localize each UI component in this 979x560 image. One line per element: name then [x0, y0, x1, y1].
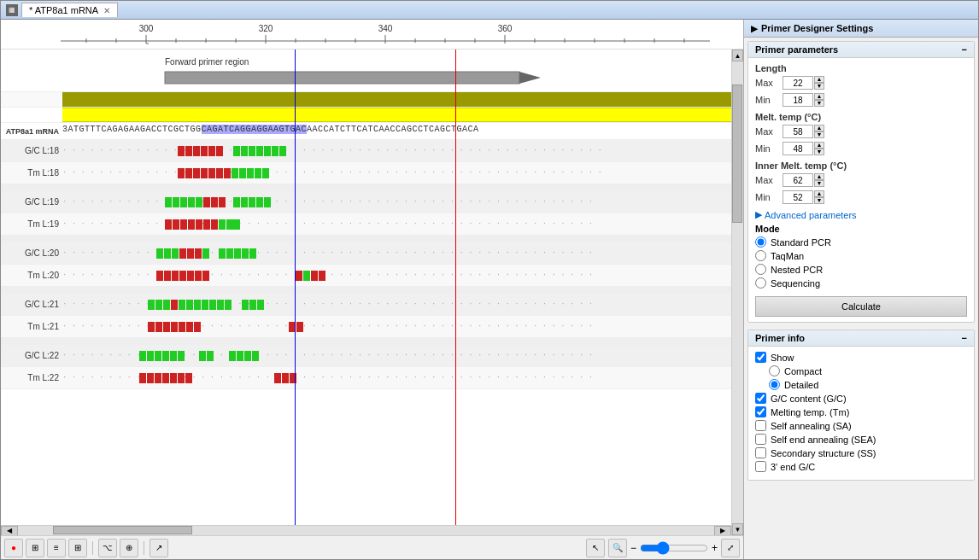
radio-taqman[interactable]: TaqMan [755, 250, 967, 261]
radio-nested-pcr-input[interactable] [755, 264, 766, 275]
scroll-left-button[interactable]: ◀ [1, 526, 18, 536]
svg-rect-83 [164, 248, 171, 259]
compact-row[interactable]: Compact [769, 365, 967, 376]
compact-radio[interactable] [769, 365, 780, 376]
detailed-radio[interactable] [769, 379, 780, 390]
gc-l21-track: G/C L:21 · · · · · · · · · · · · · · · ·… [1, 294, 731, 316]
scroll-right-button[interactable]: ▶ [714, 526, 731, 536]
tool-btn-3[interactable]: ⊞ [68, 539, 87, 557]
tracks-container[interactable]: Forward primer region [1, 50, 731, 525]
self-annealing-checkbox[interactable] [755, 420, 766, 431]
svg-rect-113 [194, 300, 201, 310]
calculate-button[interactable]: Calculate [755, 296, 967, 317]
inner-min-increment[interactable]: ▲ [814, 190, 824, 197]
compact-label: Compact [784, 366, 822, 376]
svg-rect-63 [211, 197, 218, 207]
mrna-label: ATP8a1 mRNA [1, 127, 62, 136]
min-length-field[interactable]: 18 [783, 93, 813, 107]
max-length-field[interactable]: 22 [783, 76, 813, 90]
gc-l18-track: G/C L:18 · · · · · · · · · · · · · · · ·… [1, 140, 731, 162]
svg-rect-65 [233, 197, 240, 207]
radio-nested-pcr[interactable]: Nested PCR [755, 264, 967, 275]
tool-btn-6[interactable]: ↗ [149, 539, 168, 557]
secondary-structure-checkbox[interactable] [755, 447, 766, 458]
svg-rect-109 [163, 300, 170, 310]
collapse-icon[interactable]: − [962, 44, 967, 55]
show-checkbox[interactable] [755, 352, 766, 363]
svg-rect-41 [272, 146, 278, 156]
advanced-params-link[interactable]: ▶ Advanced parameters [755, 209, 967, 220]
tool-btn-1[interactable]: ⊞ [26, 539, 44, 557]
primer-info-collapse[interactable]: − [962, 333, 967, 343]
three-end-checkbox[interactable] [755, 461, 766, 472]
scroll-down-button[interactable]: ▼ [732, 523, 743, 535]
svg-rect-99 [187, 271, 194, 281]
radio-taqman-input[interactable] [755, 250, 766, 261]
vertical-scrollbar[interactable]: ▲ ▼ [731, 50, 743, 535]
radio-standard-pcr[interactable]: Standard PCR [755, 236, 967, 248]
svg-rect-119 [249, 300, 256, 310]
horizontal-scrollbar[interactable]: ◀ ▶ [1, 525, 731, 535]
melting-temp-checkbox[interactable] [755, 406, 766, 417]
tab-close-button[interactable]: ✕ [103, 6, 110, 15]
melt-min-decrement[interactable]: ▼ [814, 149, 824, 155]
melt-max-increment[interactable]: ▲ [814, 125, 824, 131]
tm-l20-track: Tm L:20 · · · · · · · · · · · · · · · · … [1, 265, 731, 287]
scroll-vert-track[interactable] [732, 61, 743, 523]
scroll-vert-thumb[interactable] [732, 85, 742, 223]
melt-min-field[interactable] [783, 142, 813, 155]
max-increment[interactable]: ▲ [814, 76, 824, 83]
svg-rect-122 [148, 322, 155, 332]
svg-rect-55 [262, 168, 269, 178]
tool-btn-5[interactable]: ⊕ [120, 539, 138, 557]
secondary-structure-row: Secondary structure (SS) [755, 447, 967, 458]
melt-min-increment[interactable]: ▲ [814, 142, 824, 149]
document-tab[interactable]: * ATP8a1 mRNA ✕ [21, 3, 118, 17]
svg-rect-102 [296, 271, 302, 281]
inner-max-decrement[interactable]: ▼ [814, 180, 824, 187]
play-button[interactable]: ● [4, 539, 23, 557]
svg-rect-61 [196, 197, 202, 207]
min-increment[interactable]: ▲ [814, 93, 824, 100]
melt-max-decrement[interactable]: ▼ [814, 131, 824, 138]
svg-rect-57 [165, 197, 172, 207]
cursor-tool[interactable]: ↖ [586, 539, 605, 557]
sequence-panel: 300 320 340 360 [1, 20, 743, 559]
svg-rect-128 [194, 322, 201, 332]
zoom-slider[interactable] [640, 541, 708, 555]
svg-text:· · · · · · · · · · · · · · · : · · · · · · · · · · · · · · · · · · · · … [62, 322, 593, 330]
inner-min-field[interactable] [783, 190, 813, 204]
gc-content-checkbox[interactable] [755, 393, 766, 404]
inner-min-decrement[interactable]: ▼ [814, 197, 824, 204]
main-content: 300 320 340 360 [1, 20, 978, 559]
svg-rect-54 [255, 168, 261, 178]
svg-marker-28 [519, 72, 541, 84]
tm-l19-track: Tm L:19 · · · · · · · · · · · · · · · · … [1, 213, 731, 236]
svg-text:300: 300 [139, 24, 154, 33]
max-spin-buttons: ▲ ▼ [814, 76, 824, 90]
scroll-track[interactable] [18, 526, 714, 535]
melt-max-field[interactable] [783, 125, 813, 138]
tool-btn-2[interactable]: ≡ [47, 539, 66, 557]
fit-view-btn[interactable]: ⤢ [721, 539, 740, 557]
bottom-left-tools: ● ⊞ ≡ ⊞ ⌥ ⊕ ↗ [4, 539, 168, 557]
spacer-2 [1, 236, 731, 242]
bottom-right-tools: ↖ 🔍 − + ⤢ [586, 539, 740, 557]
zoom-in-btn[interactable]: 🔍 [608, 539, 627, 557]
tool-btn-4[interactable]: ⌥ [98, 539, 117, 557]
inner-max-field[interactable] [783, 173, 813, 187]
radio-sequencing-input[interactable] [755, 277, 766, 289]
min-decrement[interactable]: ▼ [814, 100, 824, 107]
max-decrement[interactable]: ▼ [814, 83, 824, 90]
svg-rect-72 [173, 219, 179, 230]
radio-sequencing[interactable]: Sequencing [755, 277, 967, 289]
scroll-up-button[interactable]: ▲ [732, 50, 743, 61]
svg-rect-153 [282, 373, 289, 383]
inner-max-increment[interactable]: ▲ [814, 173, 824, 180]
radio-standard-pcr-input[interactable] [755, 236, 766, 248]
detailed-row[interactable]: Detailed [769, 379, 967, 390]
svg-rect-132 [139, 351, 146, 361]
three-end-label: 3' end G/C [771, 462, 815, 472]
scroll-thumb[interactable] [53, 526, 192, 534]
self-end-checkbox[interactable] [755, 434, 766, 445]
